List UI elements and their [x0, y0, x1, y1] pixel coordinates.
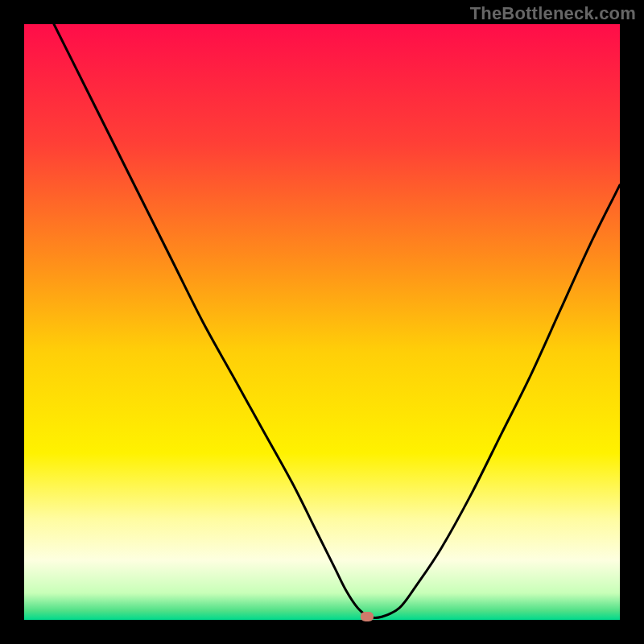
chart-frame: TheBottleneck.com — [0, 0, 644, 644]
watermark-text: TheBottleneck.com — [470, 3, 636, 24]
chart-background — [24, 24, 620, 620]
bottleneck-marker — [361, 612, 374, 621]
chart-svg — [24, 24, 620, 620]
chart-plot — [24, 24, 620, 620]
